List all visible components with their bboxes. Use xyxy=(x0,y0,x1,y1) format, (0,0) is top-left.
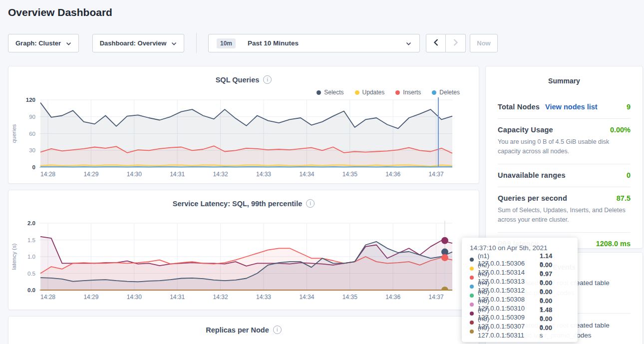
page-title: Overview Dashboard xyxy=(8,6,112,18)
unavailable-ranges-row: Unavailable ranges 0 xyxy=(498,164,631,187)
legend-item-deletes[interactable]: Deletes xyxy=(432,89,460,96)
info-icon[interactable]: i xyxy=(306,199,315,208)
legend-dot-icon xyxy=(317,90,321,95)
sql-queries-chart[interactable]: 14:2814:2914:3014:3114:3214:3314:3414:35… xyxy=(8,97,480,180)
svg-text:14:35: 14:35 xyxy=(342,171,357,178)
node-color-dot-icon xyxy=(470,258,474,262)
chart-title: Service Latency: SQL, 99th percentile i xyxy=(8,190,479,208)
svg-text:14:34: 14:34 xyxy=(299,171,314,178)
info-icon[interactable]: i xyxy=(263,75,272,84)
svg-text:14:31: 14:31 xyxy=(170,171,185,178)
capacity-value: 0.00% xyxy=(610,126,631,134)
qps-value: 87.5 xyxy=(617,194,631,202)
node-color-dot-icon xyxy=(470,267,474,271)
sql-queries-panel: SQL Queries i SelectsUpdatesInsertsDelet… xyxy=(8,66,479,184)
svg-text:120: 120 xyxy=(26,97,35,103)
capacity-description: You are using 0 B of 4.5 GiB usable disk… xyxy=(498,137,631,157)
view-nodes-list-link[interactable]: View nodes list xyxy=(545,103,598,111)
svg-text:14:29: 14:29 xyxy=(83,171,98,178)
svg-text:14:34: 14:34 xyxy=(299,294,314,301)
replicas-per-node-panel: Replicas per Node i xyxy=(8,316,479,344)
svg-text:14:37: 14:37 xyxy=(429,294,444,301)
legend-dot-icon xyxy=(395,90,400,95)
service-latency-chart[interactable]: 14:2814:2914:3014:3114:3214:3314:3414:35… xyxy=(8,221,480,303)
legend-dot-icon xyxy=(355,90,359,95)
tooltip-node-value: 0.00 s xyxy=(540,324,571,339)
svg-text:14:37: 14:37 xyxy=(429,171,444,178)
svg-text:14:36: 14:36 xyxy=(385,171,400,178)
qps-label: Queries per second xyxy=(498,194,567,202)
summary-header: Summary xyxy=(498,66,631,85)
svg-text:14:32: 14:32 xyxy=(213,171,228,178)
svg-text:0.0: 0.0 xyxy=(27,287,35,293)
p99-latency-value: 1208.0 ms xyxy=(596,240,631,248)
svg-text:14:31: 14:31 xyxy=(170,294,185,301)
total-nodes-label: Total Nodes xyxy=(498,103,540,111)
qps-description: Sum of Selects, Updates, Inserts, and De… xyxy=(498,206,631,225)
capacity-label: Capacity Usage xyxy=(498,126,553,134)
node-color-dot-icon xyxy=(470,321,474,325)
chart-tooltip: 14:37:10 on Apr 5th, 2021 (n1) 127.0.0.1… xyxy=(462,238,578,342)
info-icon[interactable]: i xyxy=(273,326,282,334)
node-color-dot-icon xyxy=(470,312,474,316)
chevron-left-icon xyxy=(433,38,439,48)
chart-title: Replicas per Node i xyxy=(8,317,479,334)
svg-text:30: 30 xyxy=(29,147,35,153)
divider xyxy=(196,33,197,53)
node-color-dot-icon xyxy=(470,303,474,307)
graph-dropdown[interactable]: Graph: Cluster xyxy=(8,34,79,52)
node-color-dot-icon xyxy=(470,285,474,289)
svg-text:14:32: 14:32 xyxy=(213,294,228,301)
svg-text:0: 0 xyxy=(32,164,35,170)
svg-text:90: 90 xyxy=(29,114,35,120)
node-color-dot-icon xyxy=(470,294,474,298)
chart-title: SQL Queries i xyxy=(8,66,479,84)
total-nodes-value: 9 xyxy=(627,103,631,111)
service-latency-panel: Service Latency: SQL, 99th percentile i … xyxy=(8,190,479,310)
svg-text:14:28: 14:28 xyxy=(40,171,55,178)
svg-text:2.0: 2.0 xyxy=(27,221,35,226)
tooltip-timestamp: 14:37:10 on Apr 5th, 2021 xyxy=(470,244,571,252)
chevron-right-icon xyxy=(453,38,458,48)
unavailable-ranges-value: 0 xyxy=(627,171,631,179)
svg-text:queries: queries xyxy=(11,124,17,143)
legend-item-updates[interactable]: Updates xyxy=(355,89,385,96)
time-next-button[interactable] xyxy=(446,34,466,52)
chevron-down-icon xyxy=(406,39,411,47)
svg-text:14:30: 14:30 xyxy=(127,171,142,178)
total-nodes-row: Total Nodes View nodes list 9 xyxy=(498,96,631,118)
svg-text:14:35: 14:35 xyxy=(342,294,357,301)
time-prev-button[interactable] xyxy=(426,34,446,52)
svg-text:1.0: 1.0 xyxy=(27,254,35,260)
summary-panel: Summary Total Nodes View nodes list 9 Ca… xyxy=(485,66,643,249)
legend-item-selects[interactable]: Selects xyxy=(317,89,343,96)
svg-text:14:33: 14:33 xyxy=(256,294,271,301)
graph-dropdown-label: Graph: Cluster xyxy=(15,39,61,47)
chevron-down-icon xyxy=(66,39,71,47)
time-range-selector[interactable]: 10m Past 10 Minutes xyxy=(208,34,420,52)
node-color-dot-icon xyxy=(470,276,474,280)
svg-text:0.5: 0.5 xyxy=(27,271,35,277)
time-range-label: Past 10 Minutes xyxy=(248,39,299,47)
svg-text:60: 60 xyxy=(29,131,35,137)
node-color-dot-icon xyxy=(470,330,474,334)
svg-text:14:33: 14:33 xyxy=(256,171,271,178)
legend-dot-icon xyxy=(432,90,436,95)
time-range-badge: 10m xyxy=(217,38,236,48)
now-button[interactable]: Now xyxy=(470,34,498,52)
dashboard-dropdown-label: Dashboard: Overview xyxy=(100,39,167,47)
tooltip-node-label: (n9) 127.0.0.1:50311 xyxy=(478,324,536,339)
unavailable-ranges-label: Unavailable ranges xyxy=(498,171,566,179)
svg-text:14:29: 14:29 xyxy=(83,294,98,301)
svg-text:1.5: 1.5 xyxy=(27,237,35,243)
tooltip-node-row: (n9) 127.0.0.1:503110.00 s xyxy=(470,327,571,336)
dashboard-dropdown[interactable]: Dashboard: Overview xyxy=(92,34,184,52)
chevron-down-icon xyxy=(171,39,177,47)
chart-legend: SelectsUpdatesInsertsDeletes xyxy=(317,89,460,96)
legend-item-inserts[interactable]: Inserts xyxy=(395,89,421,96)
svg-text:14:28: 14:28 xyxy=(40,294,55,301)
svg-text:latency (s): latency (s) xyxy=(11,243,17,270)
svg-text:14:36: 14:36 xyxy=(385,294,400,301)
svg-text:14:30: 14:30 xyxy=(127,294,142,301)
